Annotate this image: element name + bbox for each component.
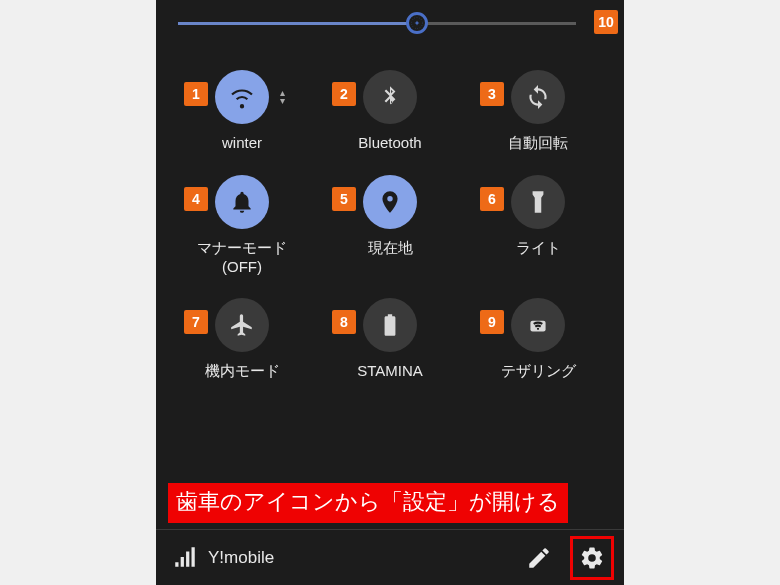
tile-wifi: 1▴▾winter [168,70,316,153]
annotation-badge: 6 [480,187,504,211]
bluetooth-toggle[interactable] [363,70,417,124]
tile-label: 機内モード [205,362,280,381]
location-icon [377,189,403,215]
bluetooth-icon [377,84,403,110]
tile-label: Bluetooth [358,134,421,153]
edit-icon[interactable] [526,545,552,571]
signal-icon [172,545,198,571]
tile-bell: 4マナーモード (OFF) [168,175,316,277]
annotation-badge: 3 [480,82,504,106]
slider-track-fill [178,22,417,25]
annotation-badge: 9 [480,310,504,334]
settings-highlight-box [570,536,614,580]
wifi-toggle[interactable]: ▴▾ [215,70,269,124]
annotation-badge: 5 [332,187,356,211]
hotspot-icon [525,312,551,338]
quick-settings-panel: 10 1▴▾winter2Bluetooth3自動回転4マナーモード (OFF)… [156,0,624,585]
carrier-info: Y!mobile [172,545,274,571]
tile-bluetooth: 2Bluetooth [316,70,464,153]
airplane-icon [229,312,255,338]
rotate-icon [525,84,551,110]
location-toggle[interactable] [363,175,417,229]
quick-tiles-grid: 1▴▾winter2Bluetooth3自動回転4マナーモード (OFF)5現在… [156,40,624,381]
tile-label: STAMINA [357,362,423,381]
annotation-badge-10: 10 [594,10,618,34]
wifi-icon [229,84,255,110]
flashlight-icon [525,189,551,215]
brightness-icon [411,17,423,29]
annotation-badge: 7 [184,310,208,334]
annotation-badge: 2 [332,82,356,106]
tile-label: テザリング [501,362,576,381]
tile-hotspot: 9テザリング [464,298,612,381]
annotation-badge: 8 [332,310,356,334]
svg-point-2 [537,328,539,330]
tile-label: 自動回転 [508,134,568,153]
carrier-name: Y!mobile [208,548,274,568]
rotate-toggle[interactable] [511,70,565,124]
flashlight-toggle[interactable] [511,175,565,229]
annotation-badge: 4 [184,187,208,211]
airplane-toggle[interactable] [215,298,269,352]
annotation-caption: 歯車のアイコンから「設定」が開ける [168,483,568,523]
hotspot-toggle[interactable] [511,298,565,352]
gear-icon[interactable] [579,545,605,571]
bell-icon [229,189,255,215]
tile-label: winter [222,134,262,153]
tile-airplane: 7機内モード [168,298,316,381]
tile-location: 5現在地 [316,175,464,277]
tile-label: マナーモード (OFF) [197,239,287,277]
tile-battery: 8STAMINA [316,298,464,381]
annotation-badge: 1 [184,82,208,106]
tile-label: 現在地 [368,239,413,258]
brightness-slider[interactable]: 10 [156,0,624,40]
footer-bar: Y!mobile [156,529,624,585]
expand-indicator[interactable]: ▴▾ [280,89,285,105]
tile-label: ライト [516,239,561,258]
bell-toggle[interactable] [215,175,269,229]
brightness-thumb[interactable] [406,12,428,34]
tile-rotate: 3自動回転 [464,70,612,153]
battery-toggle[interactable] [363,298,417,352]
battery-icon [377,312,403,338]
tile-flashlight: 6ライト [464,175,612,277]
